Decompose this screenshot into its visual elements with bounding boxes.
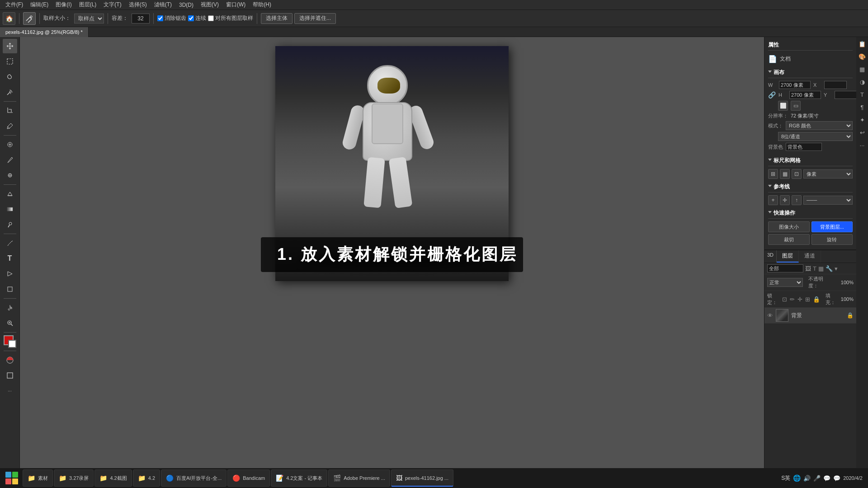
rotate-btn[interactable]: 旋转 [811, 234, 853, 245]
x-input[interactable] [824, 81, 847, 89]
taskbar-item-baidu[interactable]: 🔵 百度AI开放平台-全... [161, 469, 226, 487]
more-tools-icon[interactable]: ··· [3, 384, 17, 398]
ruler-grid-btn[interactable]: ▦ [780, 169, 790, 179]
layers-icon-1[interactable]: 🖼 [805, 265, 811, 272]
select-subject-btn[interactable]: 选择主体 [261, 13, 292, 24]
taskbar-item-notepad[interactable]: 📝 4.2文案 - 记事本 [271, 469, 327, 487]
taskbar-item-sucai[interactable]: 📁 素材 [23, 469, 53, 487]
width-input[interactable] [779, 81, 811, 89]
path-select-tool[interactable] [3, 267, 17, 281]
lock-all-icon[interactable]: 🔒 [813, 296, 820, 303]
tolerance-input[interactable] [132, 14, 150, 23]
network-icon[interactable]: 🌐 [793, 474, 801, 482]
magic-wand-tool[interactable] [3, 85, 17, 99]
menu-view[interactable]: 视图(V) [197, 0, 222, 9]
magic-wand-tool-icon[interactable] [23, 12, 36, 25]
layer-item[interactable]: 👁 背景 🔒 [764, 308, 856, 324]
bg-color-input[interactable] [786, 143, 822, 151]
y-input[interactable] [835, 91, 856, 99]
menu-help[interactable]: 帮助(H) [249, 0, 275, 9]
sharpen-icon[interactable]: ✦ [857, 115, 867, 125]
system-clock[interactable]: 2020/4/2 [843, 475, 863, 481]
crop-tool[interactable] [3, 103, 17, 118]
hand-tool[interactable] [3, 300, 17, 315]
menu-text[interactable]: 文字(T) [100, 0, 125, 9]
properties-icon[interactable]: 📋 [857, 39, 867, 49]
bit-select[interactable]: 8位/通道 [778, 132, 853, 141]
lock-artboard-icon[interactable]: ⊞ [805, 296, 810, 303]
pen-tool[interactable] [3, 236, 17, 250]
layers-icon-4[interactable]: 🔧 [826, 265, 833, 272]
select-and-mask-btn[interactable]: 选择并遮住... [294, 13, 336, 24]
text-icon[interactable]: T [857, 89, 867, 99]
layers-search-input[interactable] [767, 264, 803, 272]
guide-style-select[interactable]: ─── [803, 196, 853, 205]
zoom-tool[interactable] [3, 316, 17, 330]
background-color[interactable] [8, 340, 16, 348]
tab-layers[interactable]: 图层 [777, 250, 799, 263]
dodge-tool[interactable] [3, 217, 17, 232]
contiguous-checkbox[interactable] [188, 15, 194, 21]
more-icon[interactable]: ··· [857, 140, 867, 150]
guide-up-btn[interactable]: ↑ [792, 195, 802, 205]
guide-cross-btn[interactable]: ✛ [780, 195, 790, 205]
blend-mode-select[interactable]: 正常 [767, 278, 803, 287]
chat-icon[interactable]: 💬 [833, 475, 840, 482]
link-icon[interactable]: 🔗 [768, 91, 776, 99]
select-rect-tool[interactable] [3, 54, 17, 69]
screen-mode-icon[interactable] [3, 368, 17, 383]
bg-image-btn[interactable]: 背景图层... [811, 221, 853, 232]
battery-icon[interactable]: 💬 [823, 475, 830, 482]
volume-icon[interactable]: 🔊 [803, 475, 811, 482]
eraser-tool[interactable] [3, 187, 17, 201]
swatches-icon[interactable]: 🎨 [857, 52, 867, 61]
ruler-snap-btn[interactable]: ⊡ [792, 169, 802, 179]
taskbar-item-screenshots[interactable]: 📁 4.2截图 [94, 469, 132, 487]
menu-3d[interactable]: 3D(D) [175, 1, 197, 9]
lock-pixels-icon[interactable]: ⊡ [782, 296, 787, 303]
adjustments-icon[interactable]: ◑ [857, 77, 867, 87]
taskbar-item-recording[interactable]: 📁 3.27录屏 [54, 469, 94, 487]
layer-visibility-icon[interactable]: 👁 [767, 312, 773, 319]
all-layers-checkbox[interactable] [208, 15, 214, 21]
history-icon[interactable]: ↩ [857, 127, 867, 137]
type-tool[interactable]: T [3, 251, 17, 266]
antialias-checkbox[interactable] [157, 15, 163, 21]
ruler-unit-select[interactable]: 像素 [803, 169, 853, 178]
lock-draw-icon[interactable]: ✏ [790, 296, 795, 303]
quick-mask-icon[interactable] [3, 353, 17, 367]
height-input[interactable] [789, 91, 821, 99]
shape-tool[interactable] [3, 282, 17, 296]
landscape-btn[interactable]: ▭ [791, 101, 801, 111]
image-size-btn[interactable]: 图像大小 [768, 221, 810, 232]
lasso-tool[interactable] [3, 70, 17, 84]
mic-icon[interactable]: 🎤 [813, 475, 821, 482]
portrait-btn[interactable]: ⬜ [778, 101, 788, 111]
menu-layer[interactable]: 图层(L) [75, 0, 100, 9]
healing-tool[interactable] [3, 137, 17, 152]
grid-icon[interactable]: ▦ [857, 64, 867, 74]
layers-icon-5[interactable]: ▾ [835, 265, 838, 272]
taskbar-item-premiere[interactable]: 🎬 Adobe Premiere ... [328, 469, 390, 487]
menu-file[interactable]: 文件(F) [2, 0, 27, 9]
menu-select[interactable]: 选择(S) [125, 0, 151, 9]
brush-tool[interactable] [3, 153, 17, 167]
tab-channels[interactable]: 通道 [799, 250, 821, 263]
taskbar-item-42[interactable]: 📁 4.2 [133, 469, 160, 487]
mode-select[interactable]: RGB 颜色 [786, 121, 853, 130]
menu-image[interactable]: 图像(I) [52, 0, 75, 9]
file-tab[interactable]: pexels-41162.jpg @ 25%(RGB/8) * [0, 27, 89, 37]
taskbar-item-bandicam[interactable]: 🔴 Bandicam [227, 469, 270, 487]
tab-3d[interactable]: 3D [764, 250, 777, 263]
eyedropper-tool[interactable] [3, 119, 17, 133]
layers-icon-2[interactable]: T [813, 265, 816, 272]
move-tool[interactable] [3, 39, 17, 53]
gradient-tool[interactable] [3, 202, 17, 216]
color-swatch[interactable] [3, 334, 17, 349]
menu-edit[interactable]: 编辑(E) [27, 0, 52, 9]
home-btn[interactable]: 🏠 [3, 12, 15, 25]
menu-window[interactable]: 窗口(W) [222, 0, 249, 9]
ruler-corner-btn[interactable]: ⊞ [768, 169, 778, 179]
ime-icon[interactable]: S英 [781, 474, 790, 482]
lock-move-icon[interactable]: ✛ [797, 296, 802, 303]
